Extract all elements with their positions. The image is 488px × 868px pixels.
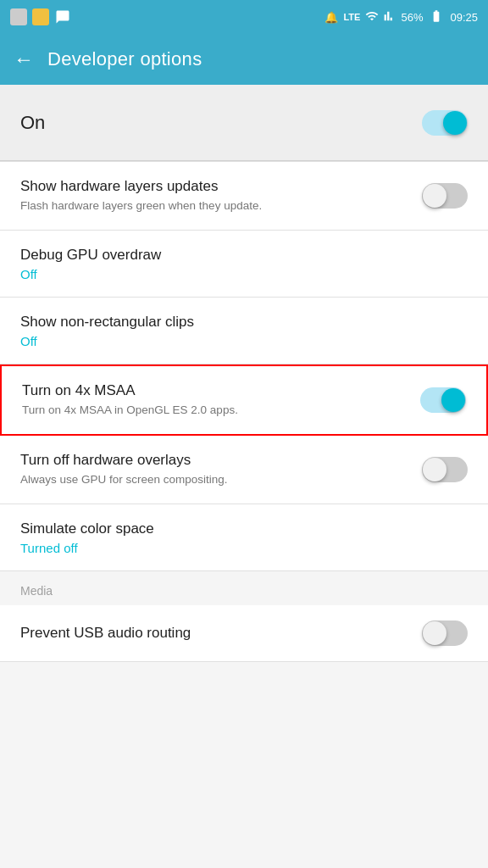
time-display: 09:25 xyxy=(450,11,478,24)
hardware-layers-toggle[interactable] xyxy=(422,183,468,209)
wifi-icon xyxy=(365,9,379,25)
setting-hardware-overlays-desc: Always use GPU for screen compositing. xyxy=(20,472,408,488)
master-toggle-row[interactable]: On xyxy=(0,85,488,161)
setting-non-rectangular[interactable]: Show non-rectangular clips Off xyxy=(0,298,488,364)
setting-hardware-overlays[interactable]: Turn off hardware overlays Always use GP… xyxy=(0,436,488,504)
hardware-overlays-toggle-knob xyxy=(423,458,446,481)
app-icon-1 xyxy=(10,8,27,25)
setting-msaa-text: Turn on 4x MSAA Turn on 4x MSAA in OpenG… xyxy=(22,381,420,419)
setting-show-hardware-layers[interactable]: Show hardware layers updates Flash hardw… xyxy=(0,162,488,231)
battery-icon xyxy=(428,9,445,25)
setting-show-hardware-layers-desc: Flash hardware layers green when they up… xyxy=(20,198,408,214)
setting-usb-audio-text: Prevent USB audio routing xyxy=(20,624,422,643)
setting-non-rectangular-text: Show non-rectangular clips Off xyxy=(20,313,468,348)
msaa-toggle[interactable] xyxy=(420,387,466,413)
status-bar-left xyxy=(10,8,71,25)
status-bar: 🔔 LTE 56% 09:25 xyxy=(0,0,488,34)
hardware-overlays-toggle[interactable] xyxy=(422,457,468,482)
back-button[interactable]: ← xyxy=(14,47,34,71)
section-header-media: Media xyxy=(0,571,488,605)
hardware-layers-toggle-knob xyxy=(423,184,446,208)
usb-audio-toggle-knob xyxy=(423,621,446,645)
setting-show-hardware-layers-title: Show hardware layers updates xyxy=(20,177,408,196)
lte-indicator: LTE xyxy=(343,12,360,22)
content-area: On Show hardware layers updates Flash ha… xyxy=(0,85,488,662)
setting-show-hardware-layers-text: Show hardware layers updates Flash hardw… xyxy=(20,177,422,214)
setting-msaa-desc: Turn on 4x MSAA in OpenGL ES 2.0 apps. xyxy=(22,403,407,419)
usb-audio-toggle[interactable] xyxy=(422,620,468,646)
setting-color-space-title: Simulate color space xyxy=(20,520,454,538)
setting-hardware-overlays-text: Turn off hardware overlays Always use GP… xyxy=(20,451,422,488)
page-title: Developer options xyxy=(47,48,202,70)
setting-msaa-title: Turn on 4x MSAA xyxy=(22,381,407,400)
alarm-icon: 🔔 xyxy=(324,11,338,24)
setting-hardware-overlays-title: Turn off hardware overlays xyxy=(20,451,408,470)
app-icon-3 xyxy=(54,8,71,25)
setting-debug-gpu-value: Off xyxy=(20,267,454,281)
setting-debug-gpu[interactable]: Debug GPU overdraw Off xyxy=(0,231,488,298)
setting-color-space-value: Turned off xyxy=(20,541,454,555)
signal-icon xyxy=(384,9,396,25)
setting-msaa[interactable]: Turn on 4x MSAA Turn on 4x MSAA in OpenG… xyxy=(0,364,488,436)
app-icon-2 xyxy=(32,8,49,25)
status-bar-right: 🔔 LTE 56% 09:25 xyxy=(324,9,478,25)
app-bar: ← Developer options xyxy=(0,34,488,85)
section-header-media-label: Media xyxy=(20,584,53,598)
master-toggle-switch[interactable] xyxy=(422,110,468,136)
setting-debug-gpu-title: Debug GPU overdraw xyxy=(20,246,454,264)
master-toggle-label: On xyxy=(20,112,45,134)
setting-debug-gpu-text: Debug GPU overdraw Off xyxy=(20,246,468,281)
setting-usb-audio[interactable]: Prevent USB audio routing xyxy=(0,605,488,662)
setting-color-space-text: Simulate color space Turned off xyxy=(20,520,468,555)
setting-color-space[interactable]: Simulate color space Turned off xyxy=(0,504,488,571)
setting-usb-audio-title: Prevent USB audio routing xyxy=(20,624,408,643)
master-toggle-knob xyxy=(443,111,467,135)
msaa-toggle-knob xyxy=(441,388,465,412)
setting-non-rectangular-value: Off xyxy=(20,334,454,348)
battery-text: 56% xyxy=(401,11,423,24)
setting-non-rectangular-title: Show non-rectangular clips xyxy=(20,313,454,331)
